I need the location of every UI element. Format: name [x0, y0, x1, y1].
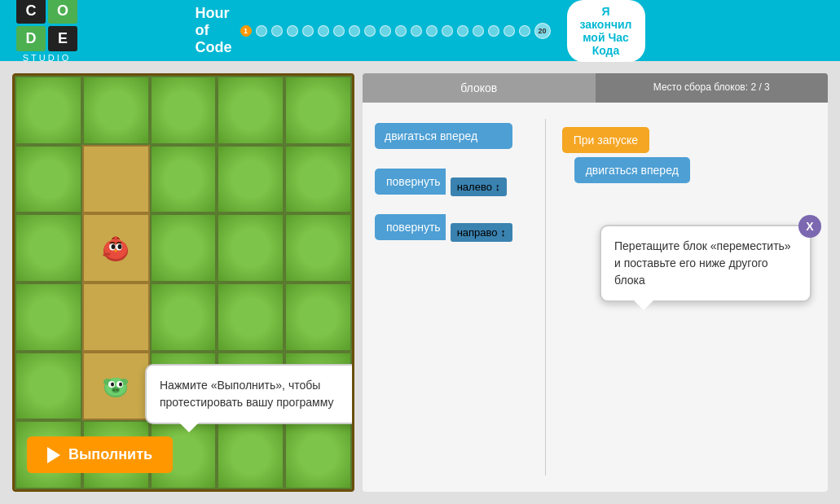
tooltip1-text: Нажмите «Выполнить», чтобы протестироват…: [160, 379, 333, 409]
panel-header: блоков Место сбора блоков: 2 / 3: [363, 73, 828, 103]
tooltip2-close-button[interactable]: X: [798, 215, 821, 238]
cell-1-3: [217, 145, 284, 214]
turn-right-dropdown[interactable]: направо ↕: [451, 223, 512, 242]
cell-3-0: [15, 283, 82, 352]
cell-5-4: [284, 420, 352, 489]
cell-5-3: [217, 420, 284, 489]
header-center: Hour of Code 1 20 Я закончил мой Час Код…: [195, 0, 644, 62]
step-19[interactable]: [518, 25, 530, 37]
logo-c: C: [16, 0, 46, 24]
cell-0-4: [284, 76, 352, 145]
hour-of-code-label: Hour of Code: [195, 5, 231, 56]
step-6[interactable]: [317, 25, 328, 37]
block-turn-left[interactable]: повернуть: [375, 169, 446, 195]
blocks-tab[interactable]: блоков: [363, 73, 596, 103]
cell-0-3: [217, 76, 284, 145]
cell-3-4: [284, 283, 352, 352]
step-20[interactable]: 20: [534, 23, 550, 39]
cell-1-2: [150, 145, 218, 214]
tooltip1-close-button[interactable]: X: [352, 354, 354, 377]
header: C O D E STUDIO Hour of Code 1: [0, 0, 840, 61]
cell-2-1-bird: [82, 213, 150, 283]
cell-0-2: [150, 76, 218, 145]
game-area: X Нажмите «Выполнить», чтобы протестиров…: [12, 73, 354, 492]
cell-2-2: [150, 213, 218, 283]
cell-4-0: [15, 352, 82, 421]
step-11[interactable]: [394, 25, 406, 37]
step-10[interactable]: [379, 25, 390, 37]
turn-right-value: направо ↕: [457, 226, 506, 239]
tooltip2-text: Перетащите блок «переместить» и поставьт…: [614, 239, 791, 287]
cell-1-4: [284, 145, 352, 214]
block-move-forward[interactable]: двигаться вперед: [375, 123, 512, 149]
svg-point-5: [118, 244, 122, 249]
tooltip2: X Перетащите блок «переместить» и постав…: [600, 225, 811, 302]
right-panel: блоков Место сбора блоков: 2 / 3 двигать…: [363, 73, 828, 492]
logo: C O D E: [16, 0, 77, 51]
svg-point-13: [119, 382, 122, 386]
step-8[interactable]: [348, 25, 359, 37]
step-4[interactable]: [286, 25, 297, 37]
progress-bar: 1 20: [240, 23, 550, 39]
cell-2-4: [284, 213, 352, 283]
logo-e: E: [48, 26, 77, 51]
workspace-tab[interactable]: Место сбора блоков: 2 / 3: [596, 73, 829, 103]
angry-bird: [100, 233, 131, 264]
svg-point-12: [111, 382, 114, 386]
run-button[interactable]: Выполнить: [27, 436, 173, 473]
cell-3-3: [217, 283, 284, 352]
blocks-area: двигаться вперед повернуть налево ↕ пове…: [363, 103, 828, 492]
step-9[interactable]: [363, 25, 375, 37]
cell-0-0: [15, 76, 82, 145]
step-7[interactable]: [332, 25, 344, 37]
cell-2-0: [15, 213, 82, 283]
cell-4-1-pig: [82, 352, 150, 421]
step-12[interactable]: [410, 25, 421, 37]
step-5[interactable]: [301, 25, 313, 37]
block-turn-right[interactable]: повернуть: [375, 214, 446, 240]
cell-1-0: [15, 145, 82, 214]
turn-left-dropdown[interactable]: налево ↕: [451, 177, 507, 196]
step-15[interactable]: [456, 25, 468, 37]
step-14[interactable]: [441, 25, 452, 37]
run-button-label: Выполнить: [68, 446, 152, 463]
logo-o: O: [48, 0, 77, 24]
logo-d: D: [16, 26, 46, 51]
step-18[interactable]: [503, 25, 514, 37]
step-17[interactable]: [487, 25, 499, 37]
step-3[interactable]: [270, 25, 282, 37]
step-13[interactable]: [425, 25, 437, 37]
step-2[interactable]: [255, 25, 266, 37]
step-1[interactable]: 1: [240, 25, 251, 37]
turn-left-value: налево ↕: [457, 181, 500, 193]
block-move-label: двигаться вперед: [385, 129, 477, 142]
logo-wrapper: C O D E STUDIO: [16, 0, 77, 63]
action-block[interactable]: двигаться вперед: [574, 157, 690, 183]
block-turn-left-row: повернуть налево ↕: [375, 169, 512, 204]
cell-3-1: [82, 283, 150, 352]
cell-1-1: [82, 145, 150, 214]
main-content: X Нажмите «Выполнить», чтобы протестиров…: [0, 61, 840, 504]
cell-2-3: [217, 213, 284, 283]
green-pig: [101, 371, 130, 401]
studio-label: STUDIO: [23, 53, 72, 63]
play-icon: [47, 447, 60, 463]
step-16[interactable]: [472, 25, 483, 37]
block-turn-label-2: повернуть: [386, 221, 441, 234]
block-turn-label-1: повернуть: [386, 175, 441, 188]
block-palette: двигаться вперед повернуть налево ↕ пове…: [375, 119, 512, 476]
tooltip1: X Нажмите «Выполнить», чтобы протестиров…: [145, 364, 354, 424]
svg-point-16: [117, 389, 119, 391]
svg-point-4: [112, 244, 116, 249]
cell-3-2: [150, 283, 218, 352]
cell-0-1: [82, 76, 150, 145]
trigger-block[interactable]: При запуске: [562, 127, 649, 153]
svg-point-15: [113, 389, 116, 391]
block-turn-right-row: повернуть направо ↕: [375, 214, 512, 250]
finish-button[interactable]: Я закончил мой Час Кода: [566, 0, 644, 62]
svg-point-1: [104, 239, 127, 259]
